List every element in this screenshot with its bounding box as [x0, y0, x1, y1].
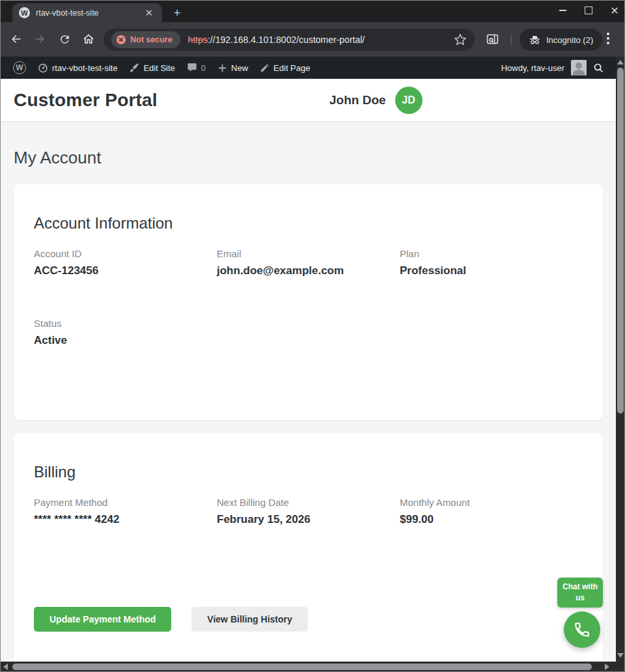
incognito-label: Incognito (2) — [546, 35, 593, 45]
page-title: Customer Portal — [14, 90, 158, 111]
scroll-right-icon[interactable] — [605, 664, 609, 670]
wordpress-favicon-icon: W — [19, 7, 30, 18]
wp-logo-menu[interactable]: W — [7, 57, 32, 79]
not-secure-icon — [117, 35, 126, 44]
field-value: Active — [34, 334, 217, 347]
url-scheme: https — [188, 35, 208, 45]
scroll-up-icon[interactable] — [617, 60, 624, 64]
edit-page-menu[interactable]: Edit Page — [254, 57, 316, 79]
main-content: My Account Account Information Account I… — [1, 148, 616, 662]
not-secure-badge[interactable]: Not secure — [111, 31, 180, 48]
field-payment-method: Payment Method **** **** **** 4242 — [34, 497, 217, 526]
vertical-scrollbar[interactable] — [616, 57, 625, 662]
horizontal-scroll-thumb[interactable] — [12, 664, 592, 670]
toolbar-divider — [511, 35, 512, 45]
field-label: Payment Method — [34, 497, 217, 508]
dashboard-icon — [38, 63, 48, 73]
tab-bar: W rtav-vbot-test-site ✕ + ✕ — [1, 1, 624, 22]
maximize-icon[interactable] — [583, 5, 594, 16]
vertical-scroll-thumb[interactable] — [617, 68, 624, 413]
chat-phone-button[interactable] — [564, 611, 600, 648]
url-rest: ://192.168.4.101:8002/customer-portal/ — [208, 35, 365, 45]
field-label: Email — [217, 248, 400, 259]
field-label: Status — [34, 318, 217, 329]
field-label: Monthly Amount — [400, 497, 583, 508]
field-next-billing-date: Next Billing Date February 15, 2026 — [217, 497, 400, 526]
incognito-icon — [529, 34, 541, 46]
field-label: Next Billing Date — [217, 497, 400, 508]
brush-icon — [129, 63, 139, 73]
comment-icon — [187, 63, 197, 73]
minimize-icon[interactable] — [557, 5, 568, 16]
section-heading: My Account — [14, 148, 603, 168]
window-close-icon[interactable]: ✕ — [609, 5, 620, 16]
comments-menu[interactable]: 0 — [181, 57, 212, 79]
page-viewport: W rtav-vbot-test-site Edit Site — [1, 57, 616, 662]
scroll-left-icon[interactable] — [3, 664, 8, 670]
update-payment-button[interactable]: Update Payment Method — [34, 607, 171, 632]
edit-site-menu[interactable]: Edit Site — [123, 57, 180, 79]
refresh-icon[interactable] — [57, 31, 72, 47]
pencil-icon — [260, 63, 270, 73]
browser-toolbar: Not secure https://192.168.4.101:8002/cu… — [1, 22, 624, 57]
field-label: Plan — [400, 248, 583, 259]
account-card-title: Account Information — [34, 214, 583, 232]
admin-bar-site-name[interactable]: rtav-vbot-test-site — [32, 57, 123, 79]
scroll-down-icon[interactable] — [617, 653, 624, 658]
field-label: Account ID — [34, 248, 217, 259]
new-label: New — [231, 63, 248, 73]
tab-title: rtav-vbot-test-site — [36, 8, 136, 18]
window-controls: ✕ — [557, 5, 620, 16]
user-avatar[interactable] — [571, 60, 587, 76]
field-value: **** **** **** 4242 — [34, 513, 217, 526]
browser-window: W rtav-vbot-test-site ✕ + ✕ Not secure — [0, 0, 625, 672]
browser-tab[interactable]: W rtav-vbot-test-site ✕ — [12, 3, 162, 22]
view-billing-history-button[interactable]: View Billing History — [191, 607, 307, 632]
howdy-account-menu[interactable]: Howdy, rtav-user — [501, 63, 564, 73]
field-value: $99.00 — [400, 513, 583, 526]
new-content-menu[interactable]: New — [212, 57, 254, 79]
new-tab-button[interactable]: + — [169, 5, 186, 21]
field-status: Status Active — [34, 318, 217, 347]
comments-count: 0 — [201, 63, 206, 73]
forward-icon[interactable] — [32, 31, 48, 47]
browser-menu-icon[interactable] — [607, 33, 609, 46]
field-plan: Plan Professional — [400, 248, 583, 277]
field-value: February 15, 2026 — [217, 513, 400, 526]
phone-icon — [574, 621, 590, 638]
not-secure-label: Not secure — [130, 35, 173, 44]
field-account-id: Account ID ACC-123456 — [34, 248, 217, 277]
account-info-card: Account Information Account ID ACC-12345… — [14, 184, 603, 420]
bookmark-star-icon[interactable] — [454, 33, 467, 46]
user-initials-avatar: JD — [395, 87, 423, 114]
edit-site-label: Edit Site — [143, 63, 174, 73]
header-user: John Doe JD — [329, 79, 423, 121]
field-monthly-amount: Monthly Amount $99.00 — [400, 497, 583, 526]
chat-tooltip: Chat with us — [557, 578, 603, 608]
field-email: Email john.doe@example.com — [217, 248, 400, 277]
edit-page-label: Edit Page — [273, 63, 310, 73]
tab-close-icon[interactable]: ✕ — [142, 7, 156, 18]
plus-icon — [217, 63, 227, 73]
wordpress-logo-icon: W — [13, 61, 26, 74]
billing-card-title: Billing — [34, 463, 583, 481]
billing-card: Billing Payment Method **** **** **** 42… — [14, 433, 603, 662]
incognito-badge[interactable]: Incognito (2) — [520, 29, 602, 51]
field-value: ACC-123456 — [34, 264, 217, 277]
home-icon[interactable] — [81, 31, 96, 47]
url-text: https://192.168.4.101:8002/customer-port… — [188, 35, 446, 45]
site-header: Customer Portal John Doe JD — [1, 79, 616, 122]
search-icon[interactable] — [593, 63, 604, 74]
horizontal-scrollbar[interactable] — [1, 662, 624, 672]
field-value: Professional — [400, 264, 583, 277]
field-value: john.doe@example.com — [217, 264, 400, 277]
site-name-label: rtav-vbot-test-site — [52, 63, 117, 73]
user-name: John Doe — [329, 93, 386, 107]
wp-admin-bar: W rtav-vbot-test-site Edit Site — [1, 57, 616, 79]
back-icon[interactable] — [8, 31, 24, 47]
address-bar[interactable]: Not secure https://192.168.4.101:8002/cu… — [104, 29, 475, 51]
side-search-icon[interactable] — [484, 31, 500, 47]
